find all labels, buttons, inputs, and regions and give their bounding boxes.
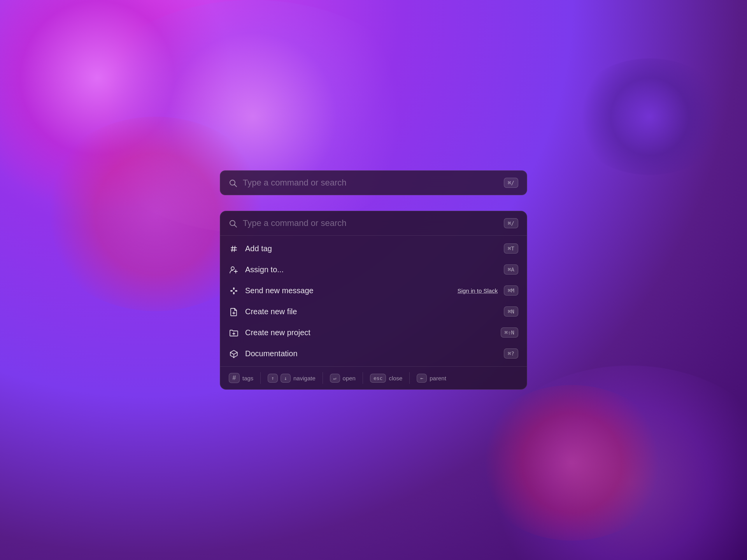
search-placeholder-small: Type a command or search (243, 178, 498, 188)
footer-down-key: ↓ (281, 374, 291, 383)
create-file-shortcut: ⌘N (504, 306, 518, 317)
footer-close-label: close (389, 375, 402, 382)
footer-hint-navigate: ↑ ↓ navigate (268, 374, 315, 383)
footer-hint-close: esc close (370, 374, 403, 383)
svg-rect-11 (230, 290, 233, 292)
footer-divider-1 (260, 372, 261, 384)
search-shortcut-small: ⌘/ (504, 178, 518, 188)
page-center: Type a command or search ⌘/ Type a comma… (0, 0, 747, 560)
create-project-right: ⌘⇧N (501, 327, 518, 338)
footer-up-key: ↑ (268, 374, 278, 383)
hash-icon (229, 244, 239, 253)
footer-hint-parent: ← parent (417, 374, 446, 383)
create-file-right: ⌘N (504, 306, 518, 317)
footer-back-key: ← (417, 374, 427, 383)
svg-line-3 (235, 225, 237, 228)
send-message-right: Sign in to Slack ⌘M (458, 285, 518, 296)
svg-line-6 (232, 246, 233, 252)
footer-hint-tags: # tags (229, 373, 253, 383)
footer-hint-open: ↵ open (330, 374, 356, 383)
command-palette: Type a command or search ⌘/ Add tag ⌘T (220, 211, 527, 390)
person-plus-icon (229, 265, 239, 274)
palette-item-send-message[interactable]: Send new message Sign in to Slack ⌘M (220, 280, 527, 301)
file-plus-icon (229, 307, 239, 316)
add-tag-shortcut: ⌘T (504, 243, 518, 254)
footer-enter-key: ↵ (330, 374, 340, 383)
footer-tags-label: tags (242, 375, 253, 382)
palette-items-list: Add tag ⌘T Assign to... ⌘A (220, 236, 527, 366)
palette-search-shortcut: ⌘/ (504, 218, 518, 228)
footer-parent-label: parent (430, 375, 446, 382)
svg-line-7 (234, 246, 235, 252)
footer-divider-4 (409, 372, 410, 384)
footer-hash-icon: # (229, 373, 240, 383)
assign-to-label: Assign to... (245, 265, 498, 274)
documentation-label: Documentation (245, 349, 498, 358)
palette-footer: # tags ↑ ↓ navigate ↵ open esc close (220, 366, 527, 389)
folder-plus-icon (229, 328, 239, 337)
send-message-shortcut: ⌘M (504, 285, 518, 296)
add-tag-label: Add tag (245, 244, 498, 253)
footer-divider-3 (363, 372, 363, 384)
sign-in-slack-link[interactable]: Sign in to Slack (458, 287, 498, 294)
documentation-right: ⌘? (504, 348, 518, 359)
send-message-label: Send new message (245, 286, 451, 295)
palette-item-create-file[interactable]: Create new file ⌘N (220, 301, 527, 322)
footer-open-label: open (343, 375, 356, 382)
palette-search-placeholder: Type a command or search (243, 218, 498, 228)
add-tag-right: ⌘T (504, 243, 518, 254)
svg-rect-12 (235, 290, 237, 292)
palette-item-assign-to[interactable]: Assign to... ⌘A (220, 259, 527, 280)
footer-esc-key: esc (370, 374, 386, 383)
palette-item-add-tag[interactable]: Add tag ⌘T (220, 238, 527, 259)
box-icon (229, 349, 239, 358)
palette-item-documentation[interactable]: Documentation ⌘? (220, 343, 527, 364)
palette-search[interactable]: Type a command or search ⌘/ (220, 211, 527, 236)
search-bar-collapsed[interactable]: Type a command or search ⌘/ (220, 170, 527, 195)
create-project-label: Create new project (245, 328, 494, 337)
footer-divider-2 (323, 372, 323, 384)
slack-icon (229, 286, 239, 295)
svg-line-1 (235, 185, 237, 187)
create-project-shortcut: ⌘⇧N (501, 327, 518, 338)
footer-navigate-label: navigate (293, 375, 316, 382)
assign-to-shortcut: ⌘A (504, 264, 518, 275)
search-icon (229, 178, 237, 188)
create-file-label: Create new file (245, 307, 498, 316)
svg-point-8 (231, 267, 234, 270)
palette-search-icon (229, 218, 237, 228)
palette-item-create-project[interactable]: Create new project ⌘⇧N (220, 322, 527, 343)
svg-rect-13 (233, 287, 235, 290)
documentation-shortcut: ⌘? (504, 348, 518, 359)
assign-to-right: ⌘A (504, 264, 518, 275)
svg-rect-14 (233, 292, 235, 294)
